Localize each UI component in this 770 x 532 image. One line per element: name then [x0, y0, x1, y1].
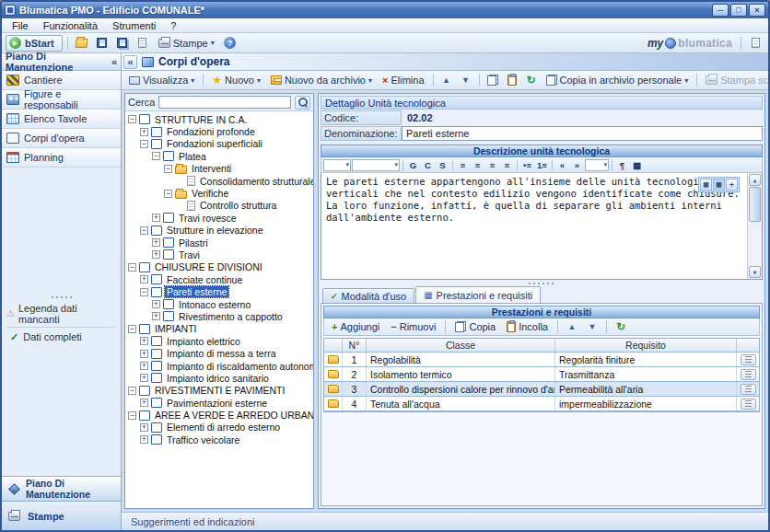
open-folder-button[interactable]	[73, 35, 91, 52]
bullet-list-button[interactable]: •≡	[520, 158, 534, 171]
expand-icon[interactable]: +	[140, 350, 148, 358]
tree-item-intonaco-esterno[interactable]: +Intonaco esterno	[125, 298, 313, 310]
copia-archivio-button[interactable]: Copia in archivio personale ▾	[542, 73, 694, 87]
collapse-icon[interactable]: −	[128, 411, 136, 420]
outdent-button[interactable]: «	[555, 158, 569, 171]
expand-icon[interactable]: +	[140, 435, 148, 444]
tree-item-rivestimenti-e-pavimenti[interactable]: −RIVESTIMENTI E PAVIMENTI	[125, 385, 313, 397]
menu-item-help[interactable]: ?	[163, 19, 183, 32]
tree-item-impianti[interactable]: −IMPIANTI	[125, 323, 313, 335]
list-format-button-active[interactable]: ▦	[713, 179, 725, 191]
row-down-button[interactable]: ▼	[583, 318, 601, 335]
row-detail-button[interactable]	[741, 384, 756, 395]
move-down-button[interactable]: ▼	[457, 72, 475, 88]
tree-item-aree-a-verde-e-arredo-urbano[interactable]: −AREE A VERDE E ARREDO URBANO	[125, 409, 313, 421]
save-all-button[interactable]	[113, 35, 132, 52]
tree-item-fondazioni-profonde[interactable]: +Fondazioni profonde	[125, 125, 313, 137]
tree-item-pareti-esterne[interactable]: −Pareti esterne	[125, 285, 313, 297]
collapse-panel-button[interactable]: «	[123, 55, 137, 69]
expand-icon[interactable]: +	[140, 275, 148, 283]
rimuovi-button[interactable]: − Rimuovi	[386, 320, 440, 333]
paste-scheda-button[interactable]	[503, 72, 521, 88]
tree-item-travi[interactable]: +Travi	[125, 249, 313, 260]
move-handle-icon[interactable]: +	[726, 179, 738, 191]
row-detail-button[interactable]	[741, 399, 756, 410]
prestazioni-row[interactable]: 3Controllo dispersioni calore per rinnov…	[324, 382, 759, 397]
row-classe-cell[interactable]: Isolamento termico	[367, 367, 555, 381]
scroll-down-icon[interactable]: ▼	[749, 266, 761, 278]
tree-item-rivestimento-a-cappotto[interactable]: +Rivestimento a cappotto	[125, 310, 313, 322]
tree-item-verifiche[interactable]: −Verifiche	[125, 187, 313, 199]
menu-item-strumenti[interactable]: Strumenti	[105, 19, 163, 32]
tree-item-fondazioni-superficiali[interactable]: −Fondazioni superficiali	[125, 138, 313, 150]
sidebar-item-elenco-tavole[interactable]: Elenco Tavole	[2, 110, 121, 129]
tree-item-pavimentazioni-esterne[interactable]: +Pavimentazioni esterne	[125, 397, 313, 409]
numbered-list-button[interactable]: 1≡	[535, 158, 549, 171]
visualizza-button[interactable]: Visualizza ▾	[124, 73, 199, 87]
row-requisito-cell[interactable]: impermeabilizzazione	[555, 397, 737, 411]
collapse-icon[interactable]: −	[140, 140, 148, 148]
tab-modalita-duso[interactable]: ✓ Modalità d'uso	[322, 288, 414, 303]
tree-item-travi-rovesce[interactable]: +Travi rovesce	[125, 212, 313, 224]
collapse-icon[interactable]: −	[128, 325, 136, 333]
tree-item-consolidamento-strutturale[interactable]: Consolidamento strutturale	[125, 175, 313, 187]
tab-prestazioni-e-requisiti[interactable]: ▦ Prestazioni e requisiti	[415, 286, 541, 303]
tree-item-interventi[interactable]: −Interventi	[125, 163, 313, 175]
expand-icon[interactable]: +	[152, 250, 160, 259]
scrollbar-thumb[interactable]	[749, 187, 761, 222]
align-right-button[interactable]: ≡	[485, 158, 499, 171]
style-select[interactable]: ▾	[323, 159, 351, 171]
collapse-icon[interactable]: −	[152, 152, 160, 160]
paragraph-button[interactable]: ¶	[615, 158, 629, 171]
tree-item-traffico-veicolare[interactable]: +Traffico veicolare	[125, 434, 313, 445]
incolla-button[interactable]: Incolla	[502, 320, 553, 333]
tree-item-facciate-continue[interactable]: +Facciate continue	[125, 273, 313, 285]
row-requisito-cell[interactable]: Trasmittanza	[555, 367, 737, 381]
copy-scheda-button[interactable]	[484, 72, 502, 88]
tree-item-chiusure-e-divisioni[interactable]: −CHIUSURE E DIVISIONI	[125, 261, 313, 273]
expand-icon[interactable]: +	[140, 128, 148, 136]
row-classe-cell[interactable]: Controllo dispersioni calore per rinnovo…	[367, 382, 555, 396]
expand-icon[interactable]: +	[140, 423, 148, 432]
row-detail-button[interactable]	[741, 354, 756, 365]
elimina-button[interactable]: × Elimina	[378, 73, 429, 87]
collapse-sidebar-button[interactable]: «	[111, 56, 117, 67]
expand-icon[interactable]: +	[152, 312, 160, 320]
row-up-button[interactable]: ▲	[563, 318, 581, 335]
collapse-icon[interactable]: −	[140, 288, 148, 296]
tree-item-strutture-in-elevazione[interactable]: −Strutture in elevazione	[125, 225, 313, 237]
tree-item-elementi-di-arredo-esterno[interactable]: +Elementi di arredo esterno	[125, 422, 313, 434]
italic-button[interactable]: C	[421, 158, 435, 171]
indent-button[interactable]: »	[570, 158, 584, 171]
denominazione-input[interactable]: Pareti esterne	[402, 126, 763, 141]
copia-button[interactable]: Copia	[450, 320, 500, 333]
collapse-icon[interactable]: −	[140, 226, 148, 235]
save-button[interactable]	[93, 35, 111, 52]
collapse-icon[interactable]: −	[128, 387, 136, 395]
sidebar-item-figure-e-responsabili[interactable]: Figure e responsabili	[2, 90, 121, 110]
nuovo-da-archivio-button[interactable]: Nuovo da archivio ▾	[266, 73, 377, 87]
expand-icon[interactable]: +	[152, 238, 160, 247]
row-requisito-cell[interactable]: Permeabilità all'aria	[555, 382, 737, 396]
export-button[interactable]	[134, 35, 152, 52]
sidebar-item-planning[interactable]: Planning	[2, 148, 121, 168]
align-left-button[interactable]: ≡	[456, 158, 470, 171]
module-stampe-button[interactable]: Stampe	[2, 501, 121, 530]
tree-item-impianto-di-riscaldamento-autonomo[interactable]: +Impianto di riscaldamento autonomo	[125, 360, 313, 372]
expand-icon[interactable]: +	[152, 214, 160, 222]
search-input[interactable]	[158, 96, 291, 109]
expand-icon[interactable]: +	[140, 374, 148, 382]
refresh-list-button[interactable]: ↻	[612, 318, 630, 335]
descrizione-textarea[interactable]: Le pareti esterne appartengono all'insie…	[321, 173, 763, 280]
align-center-button[interactable]: ≡	[471, 158, 484, 171]
menu-item-funzionalita[interactable]: Funzionalità	[36, 19, 105, 32]
row-classe-cell[interactable]: Regolabilità	[367, 353, 555, 366]
row-requisito-cell[interactable]: Regolarità finiture	[555, 353, 737, 366]
close-button[interactable]: ×	[749, 4, 765, 17]
font-family-select[interactable]: ▾	[352, 159, 400, 171]
tree-item-strutture-in-c-a[interactable]: −STRUTTURE IN C.A.	[125, 113, 313, 125]
move-up-button[interactable]: ▲	[438, 72, 456, 88]
expand-icon[interactable]: +	[140, 337, 148, 345]
minimize-button[interactable]: ─	[712, 4, 729, 17]
list-format-button[interactable]: ▦	[700, 179, 712, 191]
